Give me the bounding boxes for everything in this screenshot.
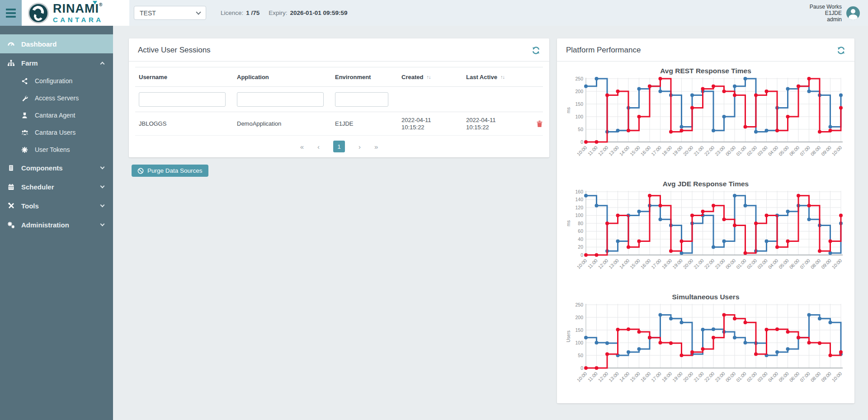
svg-text:13:00: 13:00 — [608, 145, 620, 157]
svg-text:0: 0 — [580, 139, 583, 145]
user-environment: E1JDE — [810, 10, 842, 16]
svg-text:18:00: 18:00 — [660, 371, 673, 383]
svg-text:22:00: 22:00 — [703, 145, 715, 157]
sidebar-item-cantara-agent[interactable]: Cantara Agent — [0, 107, 113, 124]
sidebar-item-label: Administration — [21, 221, 101, 229]
svg-text:120: 120 — [575, 205, 583, 210]
svg-text:11:00: 11:00 — [586, 258, 599, 270]
sort-icon[interactable]: ↑↓ — [500, 74, 505, 80]
sidebar-item-label: Access Servers — [35, 94, 104, 102]
chevron-up-icon — [100, 61, 105, 66]
svg-text:12:00: 12:00 — [597, 145, 609, 157]
chevron-down-icon — [100, 165, 105, 170]
svg-text:15:00: 15:00 — [629, 371, 641, 383]
pagination-last-button[interactable]: » — [374, 143, 378, 151]
user-avatar[interactable] — [846, 6, 860, 20]
sidebar-item-label: Dashboard — [21, 40, 104, 48]
pagination-first-button[interactable]: « — [300, 143, 304, 151]
environment-select[interactable]: TEST — [134, 6, 206, 20]
brand-subname: CANTARA — [53, 16, 104, 23]
svg-text:10:00: 10:00 — [576, 145, 588, 157]
chart-title: Simultaneous Users — [565, 293, 846, 301]
svg-text:200: 200 — [575, 89, 583, 94]
sessions-panel-title: Active User Sessions — [138, 46, 211, 55]
svg-text:04:00: 04:00 — [767, 145, 779, 157]
svg-text:06:00: 06:00 — [788, 258, 800, 270]
svg-text:15:00: 15:00 — [629, 145, 641, 157]
svg-text:20:00: 20:00 — [682, 371, 694, 383]
chart-avg-rest-response-times: Avg REST Response Times 050100150200250m… — [557, 67, 854, 175]
main-content: Active User Sessions Username Applicatio… — [113, 26, 868, 420]
chart-canvas: 020406080100120140160ms10:0011:0012:0013… — [565, 188, 846, 288]
gears-icon — [7, 221, 15, 229]
pagination-next-button[interactable]: › — [359, 143, 361, 151]
pagination-prev-button[interactable]: ‹ — [317, 143, 320, 151]
svg-text:21:00: 21:00 — [693, 145, 705, 157]
hamburger-menu-button[interactable] — [0, 0, 22, 26]
svg-text:20:00: 20:00 — [682, 258, 694, 270]
platform-performance-panel: Platform Performance Avg REST Response T… — [557, 38, 854, 403]
sidebar-item-cantara-users[interactable]: Cantara Users — [0, 124, 113, 141]
cell-environment: E1JDE — [331, 120, 398, 127]
purge-data-sources-button[interactable]: Purge Data Sources — [132, 165, 208, 177]
sidebar-item-components[interactable]: Components — [0, 158, 113, 177]
sidebar-item-dashboard[interactable]: Dashboard — [0, 34, 113, 53]
svg-text:18:00: 18:00 — [660, 258, 673, 270]
svg-text:10:00: 10:00 — [576, 258, 588, 270]
person-icon — [851, 9, 855, 14]
svg-text:00:00: 00:00 — [724, 258, 736, 270]
sidebar-item-user-tokens[interactable]: User Tokens — [0, 141, 113, 158]
chart-avg-jde-response-times: Avg JDE Response Times 02040608010012014… — [557, 180, 854, 288]
chevron-down-icon — [100, 184, 105, 189]
sidebar-item-configuration[interactable]: Configuration — [0, 72, 113, 90]
svg-text:02:00: 02:00 — [745, 258, 758, 270]
application-filter-input[interactable] — [237, 92, 324, 107]
sidebar-item-label: Farm — [21, 59, 101, 67]
sidebar-item-access-servers[interactable]: Access Servers — [0, 90, 113, 107]
svg-text:16:00: 16:00 — [639, 145, 651, 157]
gauge-icon — [7, 40, 15, 48]
sidebar-item-administration[interactable]: Administration — [0, 215, 113, 234]
svg-text:09:00: 09:00 — [820, 371, 832, 383]
environment-filter-input[interactable] — [335, 92, 388, 107]
table-header-row: Username Application Environment Created… — [135, 67, 543, 87]
svg-text:16:00: 16:00 — [639, 371, 651, 383]
refresh-sessions-button[interactable] — [532, 46, 540, 55]
svg-text:03:00: 03:00 — [756, 371, 769, 383]
licence-value: 1 /75 — [246, 9, 259, 16]
svg-text:17:00: 17:00 — [650, 145, 662, 157]
table-row[interactable]: JBLOGGS DemoApplication E1JDE 2022-04-11… — [135, 112, 543, 136]
svg-text:00:00: 00:00 — [724, 371, 736, 383]
svg-text:13:00: 13:00 — [608, 371, 620, 383]
pagination-page-1[interactable]: 1 — [333, 141, 345, 152]
sidebar-item-tools[interactable]: Tools — [0, 196, 113, 215]
sidebar-item-label: Cantara Agent — [35, 112, 104, 119]
svg-text:ms: ms — [566, 107, 571, 113]
username-filter-input[interactable] — [139, 92, 226, 107]
svg-text:04:00: 04:00 — [767, 371, 779, 383]
col-header-last-active[interactable]: Last Active↑↓ — [462, 74, 533, 80]
svg-text:11:00: 11:00 — [586, 371, 599, 383]
svg-text:17:00: 17:00 — [650, 258, 662, 270]
svg-text:ms: ms — [566, 220, 571, 226]
col-header-created[interactable]: Created↑↓ — [398, 74, 462, 80]
user-info: Pause Works E1JDE admin — [810, 0, 868, 26]
svg-text:80: 80 — [578, 221, 583, 226]
sessions-table: Username Application Environment Created… — [129, 61, 549, 157]
chart-title: Avg JDE Response Times — [565, 180, 846, 188]
table-filter-row — [135, 87, 543, 112]
building-icon — [7, 164, 15, 172]
brand-tick-icon — [93, 1, 97, 5]
svg-text:08:00: 08:00 — [809, 145, 821, 157]
svg-text:07:00: 07:00 — [799, 145, 811, 157]
sort-icon[interactable]: ↑↓ — [426, 74, 430, 80]
brand-logo-icon — [28, 3, 49, 24]
environment-select-value: TEST — [140, 9, 156, 17]
chevron-down-icon — [196, 9, 201, 14]
refresh-performance-button[interactable] — [837, 46, 845, 55]
delete-session-button[interactable] — [533, 120, 543, 127]
sidebar-item-farm[interactable]: Farm — [0, 53, 113, 72]
sidebar-item-scheduler[interactable]: Scheduler — [0, 177, 113, 196]
sidebar-item-label: Scheduler — [21, 183, 101, 191]
top-header: RINAMI® CANTARA TEST Licence: 1 /75 Expi… — [0, 0, 868, 26]
